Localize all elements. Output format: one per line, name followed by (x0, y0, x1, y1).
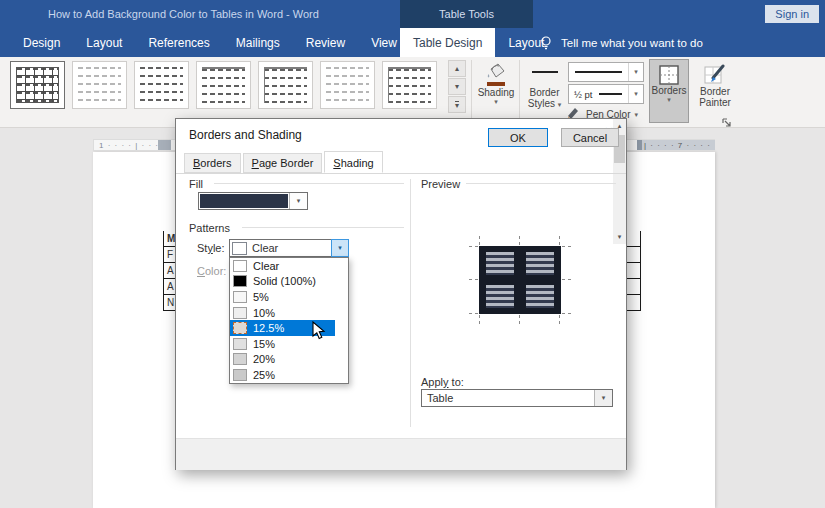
pattern-style-combobox[interactable]: Clear ▾ (229, 239, 349, 257)
fill-group-label: Fill (189, 178, 203, 190)
pattern-style-option-label: 10% (253, 307, 275, 319)
border-styles-label-2: Styles ▾ (528, 98, 562, 109)
preview-guide (559, 236, 560, 245)
gallery-scroll-down-icon[interactable]: ▾ (448, 78, 466, 95)
ribbon-tab-label: Table Design (413, 36, 482, 50)
gallery-scrollbar: ▴ ▾ ▾ (448, 60, 466, 113)
line-weight-preview (599, 93, 623, 95)
chevron-down-icon: ▾ (667, 96, 671, 103)
fill-color-swatch (200, 194, 288, 208)
table-preview (479, 246, 561, 314)
ribbon-tab-contextual[interactable]: Table Design (400, 28, 495, 57)
dialog-launcher-icon[interactable] (722, 118, 732, 128)
fill-group-rule (214, 183, 404, 184)
apply-to-label: Apply to: (421, 376, 464, 388)
border-styles-label-1: Border (529, 87, 559, 98)
ribbon-divider (471, 60, 472, 122)
dialog-tab[interactable]: Borders (184, 153, 241, 173)
pattern-style-option-label: 25% (253, 369, 275, 381)
chevron-down-icon[interactable]: ▾ (594, 390, 612, 406)
ribbon-tab-label: Mailings (236, 36, 280, 50)
pattern-style-option-label: 15% (253, 338, 275, 350)
tell-me-box[interactable]: Tell me what you want to do (540, 28, 703, 57)
document-title: How to Add Background Color to Tables in… (48, 8, 319, 20)
border-painter-brush-icon (704, 64, 726, 86)
preview-guide (562, 246, 571, 247)
pattern-style-option[interactable]: 5% (230, 289, 335, 305)
ribbon-tab[interactable]: References (139, 28, 218, 57)
preview-guide (469, 279, 478, 280)
pattern-style-option[interactable]: Solid (100%) (230, 274, 335, 290)
sign-in-button[interactable]: Sign in (765, 5, 819, 23)
dialog-tab[interactable]: Shading (324, 151, 382, 173)
ribbon-tab-label: Review (306, 36, 345, 50)
ok-button[interactable]: OK (488, 128, 548, 147)
pattern-swatch (233, 353, 247, 365)
style-label: Style: (197, 242, 225, 254)
table-style-thumbnail[interactable] (320, 61, 375, 109)
word-application-window: How to Add Background Color to Tables in… (0, 0, 825, 508)
pattern-style-option[interactable]: Clear (230, 258, 335, 274)
borders-button[interactable]: Borders ▾ (649, 59, 689, 123)
patterns-group-label: Patterns (189, 222, 230, 234)
chevron-down-icon[interactable]: ▾ (628, 63, 643, 81)
pattern-style-option[interactable]: 20% (230, 352, 335, 368)
chevron-down-icon[interactable]: ▾ (289, 193, 307, 209)
pattern-swatch (233, 322, 247, 334)
scroll-down-icon[interactable]: ▾ (613, 230, 626, 244)
preview-guide (562, 279, 571, 280)
pattern-style-option[interactable]: 10% (230, 305, 335, 321)
table-style-thumbnail[interactable] (382, 61, 437, 109)
preview-cell[interactable] (481, 248, 519, 279)
preview-cell[interactable] (521, 281, 559, 312)
line-weight-combobox[interactable]: ½ pt ▾ (568, 84, 644, 104)
ribbon-tab-label: Design (23, 36, 60, 50)
apply-to-value: Table (427, 392, 453, 404)
fill-color-combobox[interactable]: ▾ (198, 192, 308, 210)
ribbon-tab[interactable]: Mailings (227, 28, 289, 57)
ribbon-tab[interactable]: Design (14, 28, 69, 57)
border-styles-button[interactable]: Border Styles ▾ (522, 63, 567, 109)
table-styles-gallery (10, 61, 437, 109)
pattern-swatch (233, 275, 247, 287)
table-style-thumbnail[interactable] (258, 61, 313, 109)
preview-cell[interactable] (481, 281, 519, 312)
pattern-style-option[interactable]: 25% (230, 367, 335, 383)
chevron-down-icon: ▾ (558, 101, 562, 108)
apply-to-combobox[interactable]: Table ▾ (421, 389, 613, 407)
ruler-right-margin: | · · · · 7 · · · · (642, 140, 715, 150)
ruler-indent-marker[interactable] (158, 140, 171, 150)
preview-guide (469, 246, 478, 247)
color-label: Color: (197, 265, 226, 277)
ribbon-tab-label: Layout (86, 36, 122, 50)
lightbulb-icon (540, 36, 552, 50)
preview-cell[interactable] (521, 248, 559, 279)
preview-guide (479, 236, 480, 245)
pattern-style-dropdown-list: Clear Solid (100%) 5% 10% (229, 257, 349, 384)
table-style-thumbnail[interactable] (72, 61, 127, 109)
border-painter-label: BorderPainter (699, 86, 731, 108)
border-painter-button[interactable]: BorderPainter (692, 59, 738, 123)
chevron-down-icon[interactable]: ▾ (331, 239, 349, 257)
table-tools-context-label: Table Tools (400, 0, 533, 28)
ribbon-tab[interactable]: Review (297, 28, 354, 57)
table-style-thumbnail[interactable] (196, 61, 251, 109)
dialog-footer (176, 438, 626, 470)
preview-guide (562, 313, 571, 314)
gallery-more-icon[interactable]: ▾ (448, 96, 466, 113)
gallery-scroll-up-icon[interactable]: ▴ (448, 60, 466, 77)
ruler-ticks-left: 1 · · · · | · · · (99, 141, 159, 150)
pattern-swatch (233, 338, 247, 350)
cancel-button[interactable]: Cancel (561, 128, 619, 147)
line-style-combobox[interactable]: ▾ (568, 62, 644, 82)
ribbon-tabs-contextual: Table Design Layout (400, 28, 557, 57)
dialog-tabs: Borders Page Border Shading (184, 153, 385, 173)
preview-guide (519, 236, 520, 245)
dialog-tab[interactable]: Page Border (243, 153, 323, 173)
table-style-thumbnail[interactable] (10, 61, 65, 109)
ribbon-tab[interactable]: Layout (77, 28, 131, 57)
table-style-thumbnail[interactable] (134, 61, 189, 109)
shading-button[interactable]: Shading ▾ (474, 61, 518, 105)
chevron-down-icon[interactable]: ▾ (628, 85, 643, 103)
chevron-down-icon: ▾ (494, 98, 498, 105)
